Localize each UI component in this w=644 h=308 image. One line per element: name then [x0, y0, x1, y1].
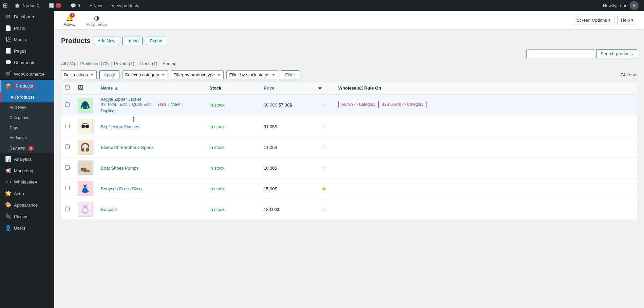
featured-star[interactable]: ☆ — [321, 206, 327, 213]
product-stock-cell: In stock — [205, 116, 260, 137]
row-checkbox[interactable] — [65, 124, 70, 128]
media-icon: 🖼 — [5, 37, 11, 42]
product-name-link[interactable]: Big Design Glasses — [101, 124, 139, 129]
sidebar-item-analytics[interactable]: 📊 Analytics — [0, 153, 54, 165]
sidebar-item-appearance[interactable]: 🎨 Appearance — [0, 199, 54, 211]
row-checkbox[interactable] — [65, 165, 70, 170]
filter-sorting-link[interactable]: Sorting — [163, 61, 176, 66]
import-button[interactable]: Import — [122, 37, 143, 45]
filter-published-link[interactable]: Published (73) — [80, 61, 109, 66]
filter-private-link[interactable]: Private (1) — [114, 61, 134, 66]
sidebar-item-dashboard[interactable]: ⊟ Dashboard — [0, 11, 54, 22]
sort-name-link[interactable]: Name ▲ — [101, 85, 201, 91]
filter-all-link[interactable]: All (74) — [61, 61, 75, 66]
updates-link[interactable]: 🔄 4 — [46, 0, 64, 11]
products-tbody: 🧥 Argyle Zipper Jacket ID: 1024 | Edit |… — [61, 94, 637, 220]
wp-logo-icon[interactable]: ⊞ — [3, 2, 8, 9]
sidebar-subitem-categories[interactable]: Categories — [0, 113, 54, 123]
search-input[interactable] — [526, 49, 594, 58]
filter-trash-link[interactable]: Trash (1) — [139, 61, 157, 66]
sidebar-item-comments[interactable]: 💬 Comments — [0, 57, 54, 68]
search-products-button[interactable]: Search products — [596, 49, 637, 58]
sidebar-item-wholesalex[interactable]: 🏷 WholesaleX — [0, 176, 54, 188]
featured-star[interactable]: ★ — [321, 185, 327, 192]
filter-button[interactable]: Filter — [281, 70, 300, 79]
row-checkbox[interactable] — [65, 186, 70, 190]
updates-badge: 4 — [56, 3, 61, 8]
row-actions: ID: 1024 | Edit | Quick Edit | Trash | V… — [101, 102, 201, 113]
product-price-cell: 18.00$ — [260, 158, 314, 178]
sort-indicator: ▲ — [114, 85, 118, 91]
sidebar-subitem-reviews[interactable]: Reviews 9 — [0, 143, 54, 153]
search-row: Search products — [61, 49, 637, 58]
product-featured-cell: ☆ — [314, 116, 334, 137]
avatar: R — [630, 1, 639, 10]
users-icon: 👤 — [5, 225, 11, 231]
filter-all-count: 74 — [69, 61, 73, 66]
sidebar-item-plugins[interactable]: 🔌 Plugins — [0, 211, 54, 222]
site-name-link[interactable]: 🏠 ProductX — [12, 0, 42, 11]
view-link[interactable]: View — [171, 102, 180, 107]
featured-star[interactable]: ☆ — [321, 102, 327, 109]
admin-bar: ⊞ 🏠 ProductX 🔄 4 💬 0 + New View products… — [0, 0, 644, 11]
filter-private-label: Private — [114, 61, 128, 66]
sidebar-subitem-attributes[interactable]: Attributes — [0, 133, 54, 143]
row-checkbox[interactable] — [65, 145, 70, 149]
sidebar-subitem-all-products[interactable]: All Products — [0, 92, 54, 102]
wholesale-tag[interactable]: Admin -> Category — [338, 101, 378, 108]
comments-icon: 💬 — [5, 59, 11, 65]
sidebar-item-media[interactable]: 🖼 Media — [0, 34, 54, 45]
sidebar-item-pages[interactable]: 📃 Pages — [0, 45, 54, 57]
new-content-link[interactable]: + New — [87, 0, 105, 11]
row-checkbox[interactable] — [65, 207, 70, 211]
view-products-link[interactable]: View products — [109, 0, 142, 11]
category-select[interactable]: Select a category — [122, 70, 168, 79]
edit-link[interactable]: Edit — [120, 102, 127, 107]
activity-button[interactable]: 🔔 1 Activity — [61, 13, 78, 28]
sidebar-item-posts[interactable]: 📄 Posts — [0, 22, 54, 34]
apply-button[interactable]: Apply — [99, 70, 119, 79]
quick-edit-link[interactable]: Quick Edit — [132, 102, 151, 107]
image-col-icon: 🖼 — [78, 85, 83, 91]
product-name-link[interactable]: Bracelet — [101, 207, 117, 212]
row-checkbox[interactable] — [65, 102, 70, 107]
add-new-button[interactable]: Add New — [94, 37, 119, 45]
comments-link[interactable]: 💬 0 — [68, 0, 82, 11]
product-type-select[interactable]: Filter by product type — [171, 70, 224, 79]
product-name-link[interactable]: Boat Shoes Pumps — [101, 166, 138, 171]
screen-options-button[interactable]: Screen Options ▾ — [573, 16, 614, 24]
sidebar-item-products[interactable]: 📦 Products — [0, 80, 54, 92]
sidebar-item-astra[interactable]: 🌟 Astra — [0, 188, 54, 199]
select-all-checkbox[interactable] — [65, 85, 70, 90]
finish-setup-button[interactable]: ◑ Finish setup — [84, 13, 109, 28]
sidebar-subitem-add-new[interactable]: Add New — [0, 102, 54, 113]
product-name-link[interactable]: Bluetooth Earphone Sports — [101, 145, 154, 150]
col-header-wholesale: WholesaleX Rule On — [334, 82, 637, 94]
product-name-link[interactable]: Argyle Zipper Jacket — [101, 97, 141, 102]
sidebar-item-marketing[interactable]: 📢 Marketing — [0, 165, 54, 176]
export-button[interactable]: Export — [146, 37, 166, 45]
featured-star[interactable]: ☆ — [321, 144, 327, 151]
stock-status-select[interactable]: Filter by stock status — [226, 70, 278, 79]
help-button[interactable]: Help ▾ — [617, 16, 637, 24]
duplicate-link[interactable]: Duplicate — [101, 109, 118, 113]
featured-star[interactable]: ☆ — [321, 165, 327, 171]
col-header-name[interactable]: Name ▲ — [97, 82, 205, 94]
sidebar-subitem-tags[interactable]: Tags — [0, 123, 54, 133]
product-name-link[interactable]: Bodycon Dress Sling — [101, 186, 142, 191]
sidebar-item-woocommerce[interactable]: 🛒 WooCommerce — [0, 68, 54, 80]
product-price-cell: 31.05$ — [260, 116, 314, 137]
sidebar-item-users[interactable]: 👤 Users — [0, 222, 54, 234]
featured-star[interactable]: ☆ — [321, 123, 327, 130]
wholesale-tag[interactable]: B2B Users -> Category — [378, 101, 427, 108]
bulk-actions-select[interactable]: Bulk actions — [61, 70, 97, 79]
page-title: Products — [61, 37, 91, 45]
sidebar-item-label: Comments — [14, 60, 35, 65]
product-featured-cell: ★ — [314, 178, 334, 199]
activity-label: Activity — [64, 22, 76, 26]
trash-link[interactable]: Trash — [156, 102, 166, 107]
table-row: 👞 Boat Shoes Pumps In stock 18.00$ ☆ — [61, 158, 637, 178]
howdy-link[interactable]: Howdy, ruhul R — [600, 0, 641, 11]
product-thumb-emoji: 👞 — [80, 163, 90, 173]
product-wholesale-cell — [334, 137, 637, 158]
